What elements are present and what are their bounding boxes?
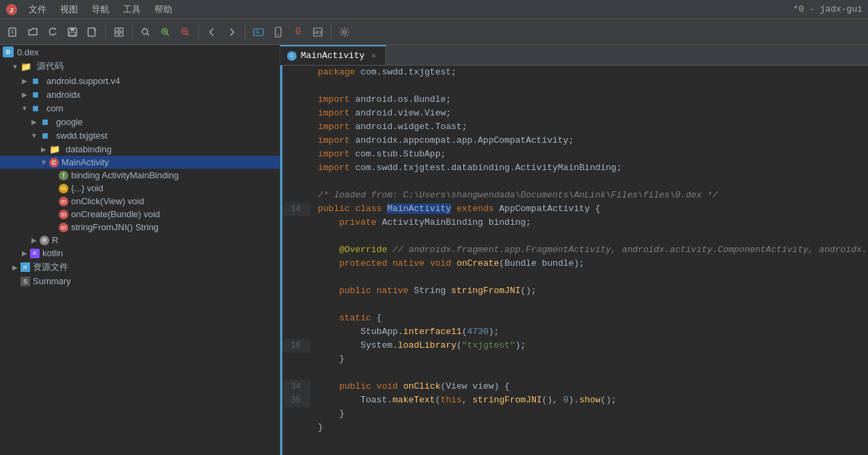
menu-tools[interactable]: 工具 <box>118 2 146 17</box>
svg-rect-7 <box>70 32 75 36</box>
toolbar-decompile[interactable] <box>249 23 267 41</box>
code-line-18 <box>282 298 868 312</box>
toolbar-refresh[interactable] <box>44 23 62 41</box>
sidebar-item-stringfromjni-method[interactable]: m stringFromJNI() String <box>0 221 280 234</box>
resources-label: 资源文件 <box>33 261 68 273</box>
line-content-24: public void onClick(View view) { <box>310 380 518 394</box>
svg-rect-8 <box>88 28 95 36</box>
toolbar-save[interactable] <box>64 23 81 41</box>
line-content-6: import androidx.appcompat.app.AppCompatA… <box>310 134 582 148</box>
r-label: R <box>52 235 58 245</box>
icon-kotlin: K <box>30 249 40 258</box>
sidebar-item-google[interactable]: ◼ google <box>0 115 280 128</box>
toolbar-export[interactable] <box>83 23 101 41</box>
arrow-android-support <box>21 77 29 85</box>
toolbar-zoom-out[interactable] <box>176 23 194 41</box>
sidebar-item-source-root[interactable]: 📁 源代码 <box>0 59 280 74</box>
code-line-25: 35 Toast.makeText(this, stringFromJNI(),… <box>282 394 868 407</box>
code-line-19: static { <box>282 312 868 325</box>
sidebar-item-androidx[interactable]: ◼ androidx <box>0 87 280 101</box>
line-content-11: public class MainActivity extends AppCom… <box>310 202 609 216</box>
line-content-25: Toast.makeText(this, stringFromJNI(), 0)… <box>310 394 625 407</box>
toolbar-settings[interactable] <box>336 23 353 41</box>
sidebar-item-kotlin[interactable]: K kotlin <box>0 247 280 260</box>
line-content-22: } <box>310 353 353 366</box>
line-content-14: @Override // androidx.fragment.app.Fragm… <box>310 243 868 257</box>
line-content-20: StubApp.interface11(4730); <box>310 325 507 339</box>
toolbar-new[interactable] <box>4 23 22 41</box>
code-line-17: public native String stringFromJNI(); <box>282 284 868 298</box>
folder-icon-databinding: 📁 <box>49 143 60 154</box>
sidebar-item-void-method[interactable]: m {...} void <box>0 182 280 195</box>
svg-line-20 <box>187 33 189 36</box>
line-content-3: import android.os.Bundle; <box>310 93 459 107</box>
summary-label: Summary <box>33 276 71 286</box>
sidebar-item-com[interactable]: ◼ com <box>0 101 280 115</box>
svg-point-31 <box>343 30 347 33</box>
menu-file[interactable]: 文件 <box>23 2 52 17</box>
code-line-23 <box>282 366 868 380</box>
sidebar-item-databinding[interactable]: 📁 databinding <box>0 142 280 156</box>
source-root-label: 源代码 <box>37 60 64 72</box>
line-content-10: /* loaded from: C:\Users\shangwendada\Do… <box>310 189 726 202</box>
toolbar-back[interactable] <box>203 23 221 41</box>
toolbar-sep-2 <box>132 25 133 39</box>
menu-navigate[interactable]: 导航 <box>86 2 115 17</box>
method-icon-onclick: m <box>59 197 68 206</box>
toolbar-grid[interactable] <box>110 23 128 41</box>
svg-rect-2 <box>9 28 16 36</box>
toolbar-hex[interactable]: HEX <box>309 23 327 41</box>
void-method-label: {...} void <box>71 183 103 193</box>
tab-close-mainactivity[interactable]: ✕ <box>369 51 379 61</box>
dex-header[interactable]: D 0.dex <box>0 45 280 59</box>
code-line-7: import com.stub.StubApp; <box>282 148 868 161</box>
line-content-7: import com.stub.StubApp; <box>310 148 454 161</box>
toolbar-zoom-in[interactable] <box>157 23 174 41</box>
line-content-13 <box>310 230 331 243</box>
sidebar: D 0.dex 📁 源代码 ◼ android.support.v4 ◼ and… <box>0 45 280 455</box>
method-icon-stringfromjni: m <box>59 223 68 232</box>
line-content-27: } <box>310 421 331 435</box>
code-line-4: import android.view.View; <box>282 107 868 120</box>
sidebar-item-resources[interactable]: R 资源文件 <box>0 260 280 275</box>
sidebar-item-swdd-txjgtest[interactable]: ◼ swdd.txjgtest <box>0 128 280 142</box>
line-num-11: 14 <box>282 202 310 216</box>
main-area: D 0.dex 📁 源代码 ◼ android.support.v4 ◼ and… <box>0 45 868 455</box>
toolbar-device[interactable] <box>269 23 287 41</box>
sidebar-item-oncreate-method[interactable]: m onCreate(Bundle) void <box>0 208 280 221</box>
folder-open-icon: 📁 <box>21 61 31 72</box>
sidebar-item-r[interactable]: R R <box>0 234 280 247</box>
code-line-5: import android.widget.Toast; <box>282 120 868 134</box>
icon-r: R <box>40 236 49 245</box>
toolbar-bug[interactable] <box>289 23 307 41</box>
sidebar-item-onclick-method[interactable]: m onClick(View) void <box>0 195 280 208</box>
toolbar-forward[interactable] <box>223 23 241 41</box>
menu-bar: 文件 视图 导航 工具 帮助 <box>23 2 794 17</box>
code-area: C MainActivity ✕ package com.swdd.txjgte… <box>280 45 868 455</box>
sidebar-item-android-support[interactable]: ◼ android.support.v4 <box>0 74 280 87</box>
svg-rect-10 <box>120 28 123 31</box>
svg-rect-12 <box>120 33 123 36</box>
line-content-17: public native String stringFromJNI(); <box>310 284 545 298</box>
icon-resources: R <box>21 262 30 272</box>
sidebar-item-summary[interactable]: S Summary <box>0 275 280 288</box>
menu-view[interactable]: 视图 <box>55 2 83 17</box>
method-icon-void: m <box>59 184 68 193</box>
menu-help[interactable]: 帮助 <box>149 2 178 17</box>
line-num-25: 35 <box>282 394 310 407</box>
title-bar: J 文件 视图 导航 工具 帮助 *0 - jadx-gui <box>0 0 868 19</box>
binding-field-label: binding ActivityMainBinding <box>71 170 179 180</box>
oncreate-label: onCreate(Bundle) void <box>71 209 160 219</box>
line-content-8: import com.swdd.txjgtest.databinding.Act… <box>310 161 630 175</box>
field-icon-binding: f <box>59 171 68 180</box>
sidebar-item-mainactivity[interactable]: C MainActivity <box>0 156 280 169</box>
code-line-10: /* loaded from: C:\Users\shangwendada\Do… <box>282 189 868 202</box>
code-editor[interactable]: package com.swdd.txjgtest; import androi… <box>280 66 868 455</box>
sidebar-item-binding-field[interactable]: f binding ActivityMainBinding <box>0 169 280 182</box>
toolbar-search[interactable] <box>137 23 154 41</box>
tab-mainactivity[interactable]: C MainActivity ✕ <box>280 45 386 65</box>
line-content-4: import android.view.View; <box>310 107 459 120</box>
line-content-21: System.loadLibrary("txjgtest"); <box>310 339 534 353</box>
toolbar-open[interactable] <box>24 23 42 41</box>
toolbar: HEX <box>0 19 868 45</box>
